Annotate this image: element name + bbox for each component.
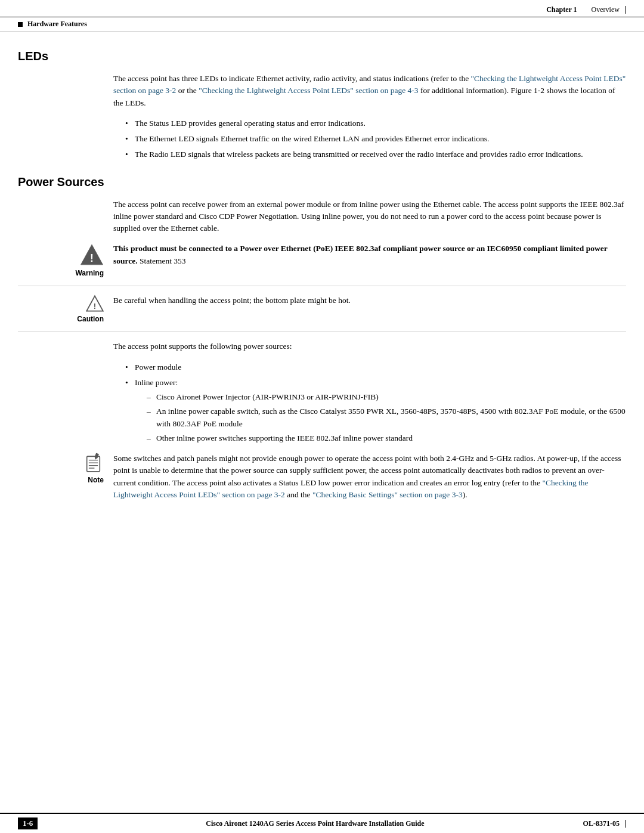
- power-sources-intro: The access point supports the following …: [113, 340, 626, 352]
- leds-bullet-2: The Ethernet LED signals Ethernet traffi…: [125, 133, 626, 145]
- header-bar: |: [624, 5, 626, 14]
- footer-title: Cisco Aironet 1240AG Series Access Point…: [47, 819, 583, 828]
- note-link2[interactable]: "Checking Basic Settings" section on pag…: [312, 490, 463, 499]
- warning-notice: ! Warning This product must be connected…: [18, 243, 626, 286]
- leds-intro-text: The access point has three LEDs to indic…: [113, 74, 471, 83]
- leds-bullet-3: The Radio LED signals that wireless pack…: [125, 148, 626, 160]
- power-heading: Power Sources: [18, 175, 626, 189]
- svg-rect-4: [87, 456, 100, 471]
- warning-text-normal: Statement 353: [138, 256, 186, 265]
- warning-icon-col: ! Warning: [18, 243, 113, 277]
- power-section: Power Sources The access point can recei…: [18, 175, 626, 510]
- note-body: Some switches and patch panels might not…: [113, 453, 626, 501]
- main-content: LEDs The access point has three LEDs to …: [0, 32, 644, 565]
- footer-doc-num: OL-8371-05: [583, 819, 620, 828]
- leds-mid1: or the: [176, 86, 199, 95]
- page-header: Chapter 1 Overview |: [0, 0, 644, 17]
- note-notice: Note Some switches and patch panels migh…: [18, 453, 626, 509]
- inline-power-label: Inline power:: [135, 378, 178, 387]
- header-chapter: Chapter 1: [546, 5, 577, 14]
- inline-item-3: Other inline power switches supporting t…: [147, 432, 626, 444]
- header-sep: [581, 5, 588, 14]
- inline-item-2: An inline power capable switch, such as …: [147, 405, 626, 430]
- page-footer: 1-6 Cisco Aironet 1240AG Series Access P…: [0, 813, 644, 833]
- note-label: Note: [88, 476, 104, 484]
- caution-icon-col: ! Caution: [18, 295, 113, 323]
- warning-body: This product must be connected to a Powe…: [113, 243, 626, 267]
- warning-text-bold: This product must be connected to a Powe…: [113, 244, 607, 265]
- power-bullet-list: Power module Inline power: Cisco Aironet…: [125, 361, 626, 445]
- caution-notice: ! Caution Be careful when handling the a…: [18, 295, 626, 332]
- leds-section: LEDs The access point has three LEDs to …: [18, 49, 626, 161]
- leds-link2[interactable]: "Checking the Lightweight Access Point L…: [199, 86, 418, 95]
- header-section: Overview: [592, 5, 620, 14]
- footer-page-num: 1-6: [18, 817, 38, 829]
- leds-intro-paragraph: The access point has three LEDs to indic…: [113, 73, 626, 109]
- inline-item-1: Cisco Aironet Power Injector (AIR-PWRINJ…: [147, 391, 626, 403]
- leds-bullet-list: The Status LED provides general operatin…: [125, 117, 626, 161]
- note-icon-col: Note: [18, 453, 113, 484]
- leds-heading: LEDs: [18, 49, 626, 63]
- footer-bar: |: [624, 819, 626, 828]
- caution-label: Caution: [77, 315, 104, 323]
- note-mid1: and the: [285, 490, 312, 499]
- inline-power-list: Cisco Aironet Power Injector (AIR-PWRINJ…: [147, 391, 626, 444]
- note-icon: [83, 453, 104, 473]
- warning-label: Warning: [75, 269, 104, 277]
- warning-icon: !: [80, 243, 104, 267]
- sub-header-bullet-icon: [18, 22, 23, 27]
- sub-header-label: Hardware Features: [27, 20, 87, 29]
- power-intro-paragraph: The access point can receive power from …: [113, 199, 626, 235]
- caution-body: Be careful when handling the access poin…: [113, 295, 626, 306]
- caution-icon: !: [86, 295, 104, 312]
- note-text-post: ).: [463, 490, 467, 499]
- svg-text:!: !: [90, 252, 94, 264]
- svg-text:!: !: [94, 302, 96, 311]
- leds-bullet-1: The Status LED provides general operatin…: [125, 117, 626, 129]
- power-bullet-1: Power module: [125, 361, 626, 373]
- sub-header: Hardware Features: [0, 17, 644, 32]
- power-bullet-2: Inline power: Cisco Aironet Power Inject…: [125, 377, 626, 444]
